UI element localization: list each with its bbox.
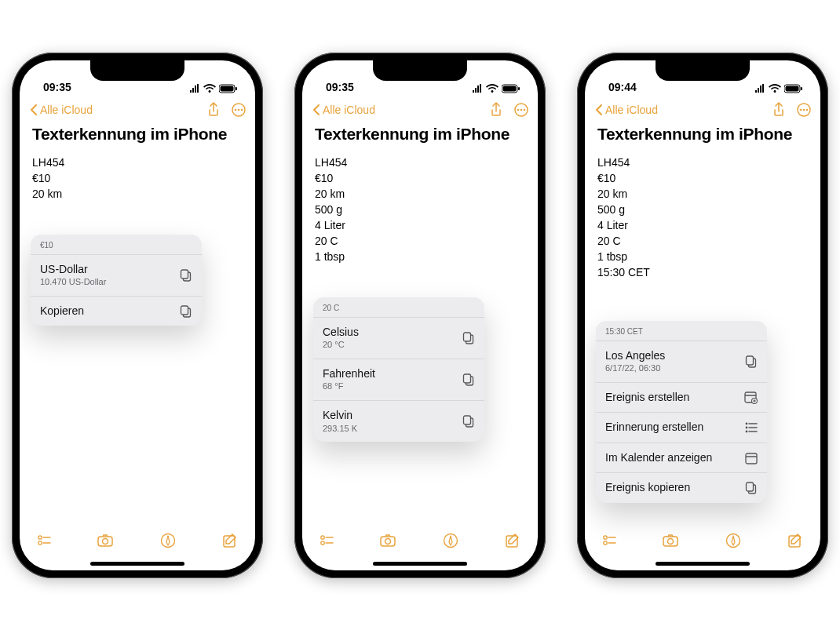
battery-icon (219, 84, 238, 93)
share-button[interactable] (206, 102, 221, 118)
popover: €10 US-Dollar 10.470 US-Dollar Kopieren (31, 235, 202, 326)
markup-button[interactable] (443, 533, 458, 548)
note-body[interactable]: LH454€1020 km500 g4 Liter20 C1 tbsp (315, 155, 525, 264)
note-title: Texterkennung im iPhone (32, 125, 243, 144)
more-button[interactable] (514, 103, 528, 117)
camera-button[interactable] (380, 533, 396, 548)
wifi-icon (769, 84, 781, 93)
compose-button[interactable] (222, 533, 238, 548)
note-body[interactable]: LH454€1020 km500 g4 Liter20 C1 tbsp15:30… (597, 155, 808, 280)
compose-button[interactable] (505, 533, 520, 548)
more-button[interactable] (797, 103, 811, 117)
note-area: Texterkennung im iPhone LH454€1020 km500… (585, 123, 820, 280)
share-button[interactable] (489, 102, 503, 118)
notch (373, 60, 467, 81)
note-line[interactable]: 20 C (315, 233, 525, 249)
compose-button[interactable] (787, 533, 803, 548)
popover-item-title: Ereignis erstellen (605, 391, 689, 405)
back-label: Alle iCloud (605, 104, 658, 116)
copy-icon (462, 373, 475, 386)
back-button[interactable]: Alle iCloud (594, 104, 658, 116)
popover: 20 C Celsius 20 °C Fahrenheit 68 °F Kelv… (313, 297, 484, 442)
note-line[interactable]: €10 (32, 170, 243, 186)
note-line[interactable]: 20 km (597, 186, 808, 202)
note-body[interactable]: LH454€1020 km (32, 155, 243, 202)
screen: 09:35 Alle iCloud Texterkennung (20, 60, 255, 570)
note-line[interactable]: 4 Liter (315, 217, 525, 233)
checklist-button[interactable] (602, 534, 616, 546)
wifi-icon (203, 84, 216, 93)
home-indicator (656, 562, 750, 566)
markup-button[interactable] (160, 533, 176, 548)
note-line[interactable]: LH454 (597, 155, 808, 170)
note-line[interactable]: €10 (597, 170, 808, 186)
note-line[interactable]: €10 (315, 170, 525, 186)
popover-item[interactable]: Kelvin 293.15 K (313, 400, 484, 442)
camera-button[interactable] (663, 533, 678, 548)
popover-item-title: Kelvin (323, 409, 357, 423)
note-line[interactable]: 15:30 CET (597, 264, 808, 280)
note-area: Texterkennung im iPhone LH454€1020 km500… (302, 123, 538, 264)
phone-frame: 09:35 Alle iCloud Texterkennung (12, 53, 263, 578)
nav-bar: Alle iCloud (585, 97, 820, 123)
camera-button[interactable] (97, 533, 113, 548)
chevron-left-icon (312, 104, 321, 115)
popover-item[interactable]: Los Angeles 6/17/22, 06:30 (596, 340, 767, 382)
note-line[interactable]: LH454 (32, 155, 243, 170)
popover-header: 15:30 CET (596, 321, 767, 340)
copy-icon (462, 415, 475, 428)
note-line[interactable]: 20 C (597, 233, 808, 249)
list-icon (745, 421, 758, 434)
note-line[interactable]: 4 Liter (597, 217, 808, 233)
calendar-icon (745, 452, 758, 464)
popover-item[interactable]: Ereignis kopieren (596, 472, 767, 503)
popover-item-subtitle: 293.15 K (323, 424, 357, 435)
popover-item-title: Celsius (323, 326, 359, 340)
popover-item-subtitle: 20 °C (323, 340, 359, 351)
markup-button[interactable] (725, 533, 741, 548)
share-button[interactable] (772, 102, 786, 118)
home-indicator (90, 562, 184, 566)
phone-frame: 09:35 Alle iCloud Texterkennung (294, 53, 546, 578)
checklist-button[interactable] (37, 534, 51, 546)
battery-icon (502, 84, 520, 93)
more-button[interactable] (232, 103, 246, 117)
popover-item[interactable]: Erinnerung erstellen (596, 412, 767, 442)
checklist-button[interactable] (320, 534, 334, 546)
popover-item-title: Los Angeles (605, 349, 665, 363)
note-line[interactable]: LH454 (315, 155, 525, 170)
note-line[interactable]: 500 g (597, 202, 808, 217)
nav-bar: Alle iCloud (20, 97, 255, 123)
phone-frame: 09:44 Alle iCloud Texterkennung (577, 53, 828, 578)
note-line[interactable]: 1 tbsp (315, 249, 525, 264)
status-time: 09:35 (326, 81, 354, 93)
note-line[interactable]: 1 tbsp (597, 249, 808, 264)
popover-item[interactable]: Im Kalender anzeigen (596, 442, 767, 473)
note-line[interactable]: 500 g (315, 202, 525, 217)
copy-icon (462, 332, 475, 344)
back-button[interactable]: Alle iCloud (312, 104, 375, 116)
popover-header: €10 (31, 235, 202, 254)
screen: 09:44 Alle iCloud Texterkennung (585, 60, 820, 570)
cellular-icon (754, 84, 765, 93)
status-time: 09:35 (43, 81, 71, 93)
popover-item-title: Erinnerung erstellen (605, 421, 703, 435)
bottom-toolbar (20, 523, 255, 558)
note-line[interactable]: 20 km (32, 186, 243, 202)
popover-item[interactable]: Kopieren (31, 296, 202, 326)
popover-item[interactable]: Celsius 20 °C (313, 317, 484, 359)
popover-item-title: Kopieren (40, 304, 84, 319)
popover-item[interactable]: Fahrenheit 68 °F (313, 359, 484, 400)
note-line[interactable]: 20 km (315, 186, 525, 202)
popover: 15:30 CET Los Angeles 6/17/22, 06:30 Ere… (596, 321, 767, 503)
popover-item[interactable]: Ereignis erstellen (596, 382, 767, 413)
popover-item-title: Im Kalender anzeigen (605, 451, 712, 465)
cellular-icon (188, 84, 200, 93)
screen: 09:35 Alle iCloud Texterkennung (302, 60, 538, 570)
back-button[interactable]: Alle iCloud (29, 104, 93, 116)
copy-icon (745, 482, 758, 494)
bottom-toolbar (585, 523, 820, 558)
popover-item[interactable]: US-Dollar 10.470 US-Dollar (31, 254, 202, 296)
popover-header: 20 C (313, 297, 484, 317)
note-title: Texterkennung im iPhone (315, 125, 525, 144)
